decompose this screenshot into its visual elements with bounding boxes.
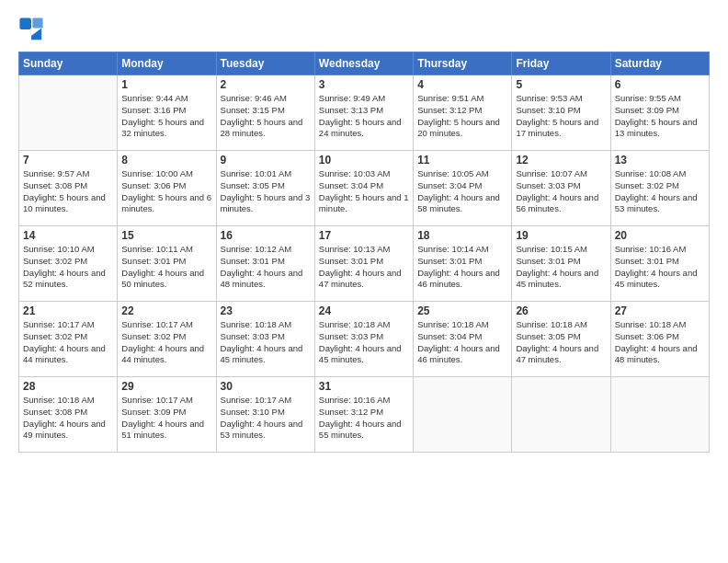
day-number: 23	[221, 304, 311, 317]
day-info: Sunrise: 10:08 AM Sunset: 3:02 PM Daylig…	[615, 168, 705, 215]
day-number: 6	[615, 78, 705, 91]
calendar-cell: 17Sunrise: 10:13 AM Sunset: 3:01 PM Dayl…	[314, 226, 413, 302]
day-number: 12	[516, 154, 606, 167]
weekday-header: Tuesday	[216, 52, 314, 75]
calendar-cell: 2Sunrise: 9:46 AM Sunset: 3:15 PM Daylig…	[216, 75, 314, 151]
day-number: 3	[319, 78, 409, 91]
day-info: Sunrise: 10:18 AM Sunset: 3:05 PM Daylig…	[516, 319, 606, 366]
day-info: Sunrise: 10:10 AM Sunset: 3:02 PM Daylig…	[23, 244, 113, 291]
day-info: Sunrise: 10:17 AM Sunset: 3:02 PM Daylig…	[121, 319, 211, 366]
day-info: Sunrise: 10:00 AM Sunset: 3:06 PM Daylig…	[121, 168, 211, 215]
day-number: 2	[221, 78, 311, 91]
calendar-cell: 9Sunrise: 10:01 AM Sunset: 3:05 PM Dayli…	[216, 151, 314, 226]
calendar-cell: 10Sunrise: 10:03 AM Sunset: 3:04 PM Dayl…	[314, 151, 413, 226]
day-number: 5	[516, 78, 606, 91]
calendar: SundayMondayTuesdayWednesdayThursdayFrid…	[18, 52, 710, 453]
day-info: Sunrise: 10:16 AM Sunset: 3:01 PM Daylig…	[615, 244, 705, 291]
calendar-cell: 20Sunrise: 10:16 AM Sunset: 3:01 PM Dayl…	[610, 226, 709, 302]
day-number: 1	[121, 78, 211, 91]
day-number: 28	[23, 380, 113, 393]
weekday-header: Sunday	[19, 52, 118, 75]
calendar-cell: 13Sunrise: 10:08 AM Sunset: 3:02 PM Dayl…	[610, 151, 709, 226]
calendar-cell: 25Sunrise: 10:18 AM Sunset: 3:04 PM Dayl…	[414, 302, 512, 377]
day-info: Sunrise: 10:15 AM Sunset: 3:01 PM Daylig…	[516, 244, 606, 291]
calendar-cell	[512, 377, 610, 453]
day-info: Sunrise: 10:18 AM Sunset: 3:04 PM Daylig…	[417, 319, 507, 366]
calendar-cell: 27Sunrise: 10:18 AM Sunset: 3:06 PM Dayl…	[610, 302, 709, 377]
day-info: Sunrise: 10:18 AM Sunset: 3:03 PM Daylig…	[221, 319, 311, 366]
calendar-cell: 16Sunrise: 10:12 AM Sunset: 3:01 PM Dayl…	[216, 226, 314, 302]
svg-marker-2	[31, 29, 41, 40]
calendar-cell: 7Sunrise: 9:57 AM Sunset: 3:08 PM Daylig…	[19, 151, 118, 226]
calendar-cell: 24Sunrise: 10:18 AM Sunset: 3:03 PM Dayl…	[314, 302, 413, 377]
day-info: Sunrise: 10:07 AM Sunset: 3:03 PM Daylig…	[516, 168, 606, 215]
day-info: Sunrise: 10:17 AM Sunset: 3:02 PM Daylig…	[23, 319, 113, 366]
calendar-cell: 18Sunrise: 10:14 AM Sunset: 3:01 PM Dayl…	[414, 226, 512, 302]
day-number: 16	[221, 229, 311, 242]
calendar-cell: 6Sunrise: 9:55 AM Sunset: 3:09 PM Daylig…	[610, 75, 709, 151]
day-info: Sunrise: 9:44 AM Sunset: 3:16 PM Dayligh…	[121, 93, 211, 140]
calendar-cell: 30Sunrise: 10:17 AM Sunset: 3:10 PM Dayl…	[216, 377, 314, 453]
day-info: Sunrise: 10:17 AM Sunset: 3:09 PM Daylig…	[121, 395, 211, 442]
svg-rect-1	[32, 17, 42, 28]
calendar-cell	[610, 377, 709, 453]
calendar-week-row: 14Sunrise: 10:10 AM Sunset: 3:02 PM Dayl…	[19, 226, 710, 302]
calendar-cell: 15Sunrise: 10:11 AM Sunset: 3:01 PM Dayl…	[118, 226, 216, 302]
weekday-header: Friday	[512, 52, 610, 75]
weekday-header: Wednesday	[314, 52, 413, 75]
day-info: Sunrise: 10:12 AM Sunset: 3:01 PM Daylig…	[221, 244, 311, 291]
calendar-cell: 28Sunrise: 10:18 AM Sunset: 3:08 PM Dayl…	[19, 377, 118, 453]
day-number: 7	[23, 154, 113, 167]
day-info: Sunrise: 10:17 AM Sunset: 3:10 PM Daylig…	[221, 395, 311, 442]
page: SundayMondayTuesdayWednesdayThursdayFrid…	[0, 0, 728, 563]
day-info: Sunrise: 9:49 AM Sunset: 3:13 PM Dayligh…	[319, 93, 409, 140]
weekday-header-row: SundayMondayTuesdayWednesdayThursdayFrid…	[19, 52, 710, 75]
calendar-week-row: 28Sunrise: 10:18 AM Sunset: 3:08 PM Dayl…	[19, 377, 710, 453]
day-number: 22	[121, 304, 211, 317]
day-info: Sunrise: 10:18 AM Sunset: 3:06 PM Daylig…	[615, 319, 705, 366]
day-info: Sunrise: 10:18 AM Sunset: 3:08 PM Daylig…	[23, 395, 113, 442]
day-info: Sunrise: 9:55 AM Sunset: 3:09 PM Dayligh…	[615, 93, 705, 140]
day-info: Sunrise: 9:51 AM Sunset: 3:12 PM Dayligh…	[417, 93, 507, 140]
day-number: 31	[319, 380, 409, 393]
weekday-header: Monday	[118, 52, 216, 75]
day-number: 13	[615, 154, 705, 167]
day-info: Sunrise: 10:11 AM Sunset: 3:01 PM Daylig…	[121, 244, 211, 291]
day-info: Sunrise: 9:46 AM Sunset: 3:15 PM Dayligh…	[221, 93, 311, 140]
day-number: 19	[516, 229, 606, 242]
calendar-cell: 23Sunrise: 10:18 AM Sunset: 3:03 PM Dayl…	[216, 302, 314, 377]
day-info: Sunrise: 9:53 AM Sunset: 3:10 PM Dayligh…	[516, 93, 606, 140]
day-info: Sunrise: 10:03 AM Sunset: 3:04 PM Daylig…	[319, 168, 409, 215]
day-info: Sunrise: 10:01 AM Sunset: 3:05 PM Daylig…	[221, 168, 311, 215]
calendar-cell	[414, 377, 512, 453]
calendar-cell: 22Sunrise: 10:17 AM Sunset: 3:02 PM Dayl…	[118, 302, 216, 377]
calendar-week-row: 1Sunrise: 9:44 AM Sunset: 3:16 PM Daylig…	[19, 75, 710, 151]
header	[18, 17, 710, 42]
calendar-cell	[19, 75, 118, 151]
calendar-cell: 31Sunrise: 10:16 AM Sunset: 3:12 PM Dayl…	[314, 377, 413, 453]
day-number: 21	[23, 304, 113, 317]
day-number: 25	[417, 304, 507, 317]
day-number: 29	[121, 380, 211, 393]
calendar-cell: 3Sunrise: 9:49 AM Sunset: 3:13 PM Daylig…	[314, 75, 413, 151]
day-number: 18	[417, 229, 507, 242]
day-number: 4	[417, 78, 507, 91]
svg-rect-0	[19, 17, 31, 29]
day-info: Sunrise: 10:13 AM Sunset: 3:01 PM Daylig…	[319, 244, 409, 291]
day-number: 14	[23, 229, 113, 242]
calendar-cell: 4Sunrise: 9:51 AM Sunset: 3:12 PM Daylig…	[414, 75, 512, 151]
calendar-cell: 11Sunrise: 10:05 AM Sunset: 3:04 PM Dayl…	[414, 151, 512, 226]
day-number: 8	[121, 154, 211, 167]
calendar-cell: 26Sunrise: 10:18 AM Sunset: 3:05 PM Dayl…	[512, 302, 610, 377]
day-number: 20	[615, 229, 705, 242]
day-number: 17	[319, 229, 409, 242]
calendar-cell: 14Sunrise: 10:10 AM Sunset: 3:02 PM Dayl…	[19, 226, 118, 302]
day-number: 26	[516, 304, 606, 317]
day-number: 30	[221, 380, 311, 393]
calendar-week-row: 7Sunrise: 9:57 AM Sunset: 3:08 PM Daylig…	[19, 151, 710, 226]
calendar-week-row: 21Sunrise: 10:17 AM Sunset: 3:02 PM Dayl…	[19, 302, 710, 377]
day-number: 11	[417, 154, 507, 167]
day-info: Sunrise: 10:16 AM Sunset: 3:12 PM Daylig…	[319, 395, 409, 442]
day-number: 24	[319, 304, 409, 317]
day-info: Sunrise: 10:14 AM Sunset: 3:01 PM Daylig…	[417, 244, 507, 291]
